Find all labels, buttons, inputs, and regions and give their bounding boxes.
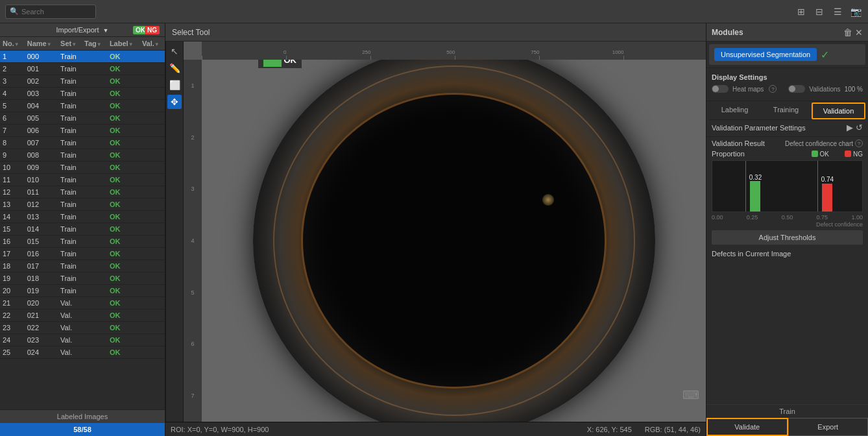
import-export-button[interactable]: Import/Export ▼ [56, 26, 108, 34]
unsupervised-segmentation-button[interactable]: Unsupervised Segmentation [714, 48, 817, 61]
search-input[interactable] [21, 8, 91, 16]
cell-set: Train [58, 137, 82, 149]
cell-tag [82, 346, 107, 359]
table-row[interactable]: 8 007 Train OK [0, 137, 165, 149]
validations-label: Validations [809, 86, 840, 93]
cell-tag [82, 199, 107, 211]
table-row[interactable]: 9 008 Train OK [0, 149, 165, 162]
keyboard-icon[interactable]: ⌨ [682, 388, 699, 402]
reset-param-icon[interactable]: ↺ [856, 123, 863, 132]
cell-tag [82, 112, 107, 125]
table-row[interactable]: 15 014 Train OK [0, 223, 165, 236]
table-row[interactable]: 24 023 Val. OK [0, 334, 165, 346]
help-icon-heat[interactable]: ? [769, 85, 777, 93]
table-row[interactable]: 18 017 Train OK [0, 260, 165, 272]
table-row[interactable]: 19 018 Train OK [0, 272, 165, 285]
count-badge: 58/58 [0, 423, 165, 436]
cell-name: 012 [25, 199, 58, 211]
table-row[interactable]: 7 006 Train OK [0, 125, 165, 137]
col-name[interactable]: Name▼ [25, 37, 58, 51]
tab-labeling[interactable]: Labeling [709, 103, 760, 119]
right-bottom: Train Validate Export [706, 404, 868, 436]
cell-val [139, 186, 165, 199]
tab-training[interactable]: Training [760, 103, 812, 119]
cell-tag [82, 186, 107, 199]
table-row[interactable]: 6 005 Train OK [0, 112, 165, 125]
validate-button[interactable]: Validate [706, 418, 788, 436]
axis-025: 0.25 [747, 214, 758, 221]
table-body: 1 000 Train OK 2 001 Train OK 3 002 Trai… [0, 51, 165, 359]
col-tag[interactable]: Tag▼ [82, 37, 107, 51]
table-row[interactable]: 23 022 Val. OK [0, 322, 165, 334]
cell-val [139, 100, 165, 112]
cell-name: 015 [25, 236, 58, 248]
cell-name: 021 [25, 309, 58, 322]
threshold-line-ng [817, 161, 818, 212]
image-icon[interactable]: ⊞ [794, 5, 808, 19]
col-val[interactable]: Val.▼ [139, 37, 165, 51]
threshold-line-ok [745, 161, 746, 212]
cell-set: Train [58, 149, 82, 162]
col-set[interactable]: Set▼ [58, 37, 82, 51]
brush-tool[interactable]: ✏️ [167, 61, 182, 75]
table-row[interactable]: 17 016 Train OK [0, 248, 165, 260]
table-row[interactable]: 2 001 Train OK [0, 63, 165, 75]
export-button[interactable]: Export [788, 418, 869, 436]
cell-val [139, 309, 165, 322]
ruler-mark: 7 [191, 393, 194, 399]
search-box[interactable]: 🔍 [5, 5, 96, 19]
cell-set: Val. [58, 309, 82, 322]
table-row[interactable]: 21 020 Val. OK [0, 297, 165, 309]
table-row[interactable]: 16 015 Train OK [0, 236, 165, 248]
table-row[interactable]: 10 009 Train OK [0, 162, 165, 174]
table-row[interactable]: 20 019 Train OK [0, 285, 165, 297]
pointer-tool[interactable]: ↖ [167, 44, 182, 58]
delete-module-button[interactable]: 🗑 [843, 27, 852, 38]
chart-bar-ng [822, 184, 832, 212]
table-row[interactable]: 22 021 Val. OK [0, 309, 165, 322]
table-row[interactable]: 14 013 Train OK [0, 211, 165, 223]
divider2 [706, 101, 868, 101]
table-row[interactable]: 1 000 Train OK [0, 51, 165, 63]
select-rect-tool[interactable]: ⬜ [167, 78, 182, 92]
cell-no: 17 [0, 248, 25, 260]
validations-toggle[interactable] [788, 85, 805, 93]
col-no[interactable]: No.▼ [0, 37, 25, 51]
cell-set: Val. [58, 334, 82, 346]
cell-tag [82, 75, 107, 88]
table-row[interactable]: 3 002 Train OK [0, 75, 165, 88]
cell-no: 22 [0, 309, 25, 322]
table-row[interactable]: 11 010 Train OK [0, 174, 165, 186]
heat-maps-toggle[interactable] [712, 85, 729, 93]
ng-badge: NG [145, 26, 160, 34]
expand-param-icon[interactable]: ▶ [847, 123, 853, 132]
cell-label: OK [107, 211, 139, 223]
table-row[interactable]: 13 012 Train OK [0, 199, 165, 211]
modules-actions: 🗑 ✕ [843, 27, 863, 38]
adjust-thresholds-button[interactable]: Adjust Thresholds [712, 230, 863, 245]
move-tool[interactable]: ✥ [167, 95, 182, 109]
table-row[interactable]: 12 011 Train OK [0, 186, 165, 199]
cell-name: 023 [25, 334, 58, 346]
table-row[interactable]: 25 024 Val. OK [0, 346, 165, 359]
cell-no: 1 [0, 51, 25, 63]
filter-icon[interactable]: ⊟ [812, 5, 826, 19]
camera-icon[interactable]: 📷 [849, 5, 863, 19]
list-icon[interactable]: ☰ [830, 5, 845, 19]
cell-tag [82, 63, 107, 75]
close-module-button[interactable]: ✕ [855, 27, 863, 38]
tab-validation[interactable]: Validation [812, 103, 865, 119]
cell-name: 013 [25, 211, 58, 223]
canvas-area[interactable]: -250 0 250 500 750 1000 1 2 3 4 5 6 [184, 42, 706, 422]
cell-set: Train [58, 186, 82, 199]
col-label[interactable]: Label▼ [107, 37, 139, 51]
module-check-icon[interactable]: ✓ [821, 49, 829, 61]
cell-no: 21 [0, 297, 25, 309]
cell-name: 005 [25, 112, 58, 125]
table-row[interactable]: 5 004 Train OK [0, 100, 165, 112]
table-row[interactable]: 4 003 Train OK [0, 88, 165, 100]
cell-name: 014 [25, 223, 58, 236]
help-icon-defect[interactable]: ? [855, 139, 863, 147]
cell-name: 020 [25, 297, 58, 309]
train-label: Train [706, 405, 868, 418]
